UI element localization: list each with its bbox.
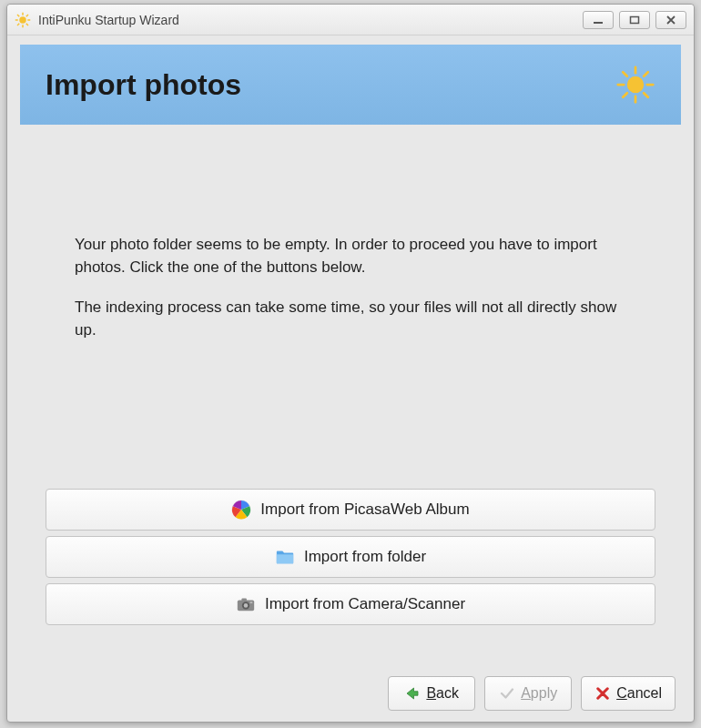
apply-check-icon bbox=[499, 685, 515, 702]
svg-line-5 bbox=[17, 15, 19, 16]
instruction-text: Your photo folder seems to be empty. In … bbox=[38, 125, 663, 379]
back-label: Back bbox=[426, 685, 459, 702]
folder-icon bbox=[275, 547, 295, 567]
svg-line-8 bbox=[26, 15, 28, 16]
wizard-window: IntiPunku Startup Wizard Import photos bbox=[6, 4, 695, 723]
back-button[interactable]: Back bbox=[388, 676, 475, 711]
cancel-button[interactable]: Cancel bbox=[581, 676, 676, 711]
svg-line-6 bbox=[26, 23, 28, 25]
import-buttons-group: Import from PicasaWeb Album Import from … bbox=[38, 489, 663, 634]
cancel-label: Cancel bbox=[616, 685, 662, 702]
svg-line-16 bbox=[623, 72, 627, 76]
svg-point-11 bbox=[627, 76, 644, 93]
window-controls bbox=[583, 11, 686, 29]
content-area: Your photo folder seems to be empty. In … bbox=[20, 125, 681, 652]
svg-line-7 bbox=[17, 23, 19, 25]
svg-rect-25 bbox=[250, 602, 253, 603]
svg-point-0 bbox=[19, 16, 26, 24]
apply-button[interactable]: Apply bbox=[484, 676, 572, 711]
svg-line-18 bbox=[623, 93, 627, 97]
window-title: IntiPunku Startup Wizard bbox=[38, 13, 583, 27]
apply-label: Apply bbox=[521, 685, 557, 702]
app-icon bbox=[15, 12, 31, 28]
instruction-paragraph-1: Your photo folder seems to be empty. In … bbox=[75, 234, 626, 278]
instruction-paragraph-2: The indexing process can take some time,… bbox=[75, 297, 626, 341]
titlebar: IntiPunku Startup Wizard bbox=[7, 5, 694, 35]
header-band: Import photos bbox=[20, 45, 681, 125]
svg-rect-10 bbox=[631, 16, 639, 23]
import-picasa-label: Import from PicasaWeb Album bbox=[260, 500, 469, 519]
import-camera-label: Import from Camera/Scanner bbox=[265, 595, 465, 613]
footer-buttons: Back Apply Cancel bbox=[7, 665, 694, 722]
import-folder-label: Import from folder bbox=[304, 548, 426, 566]
svg-line-17 bbox=[644, 93, 648, 97]
page-title: Import photos bbox=[46, 68, 241, 102]
camera-icon bbox=[236, 594, 256, 614]
svg-rect-22 bbox=[241, 599, 247, 602]
cancel-x-icon bbox=[594, 685, 611, 702]
svg-point-24 bbox=[244, 603, 249, 608]
picasa-icon bbox=[231, 500, 251, 520]
close-button[interactable] bbox=[655, 11, 686, 29]
import-camera-button[interactable]: Import from Camera/Scanner bbox=[46, 583, 655, 625]
import-folder-button[interactable]: Import from folder bbox=[46, 536, 655, 578]
svg-line-19 bbox=[644, 72, 648, 76]
back-arrow-icon bbox=[404, 685, 421, 702]
maximize-button[interactable] bbox=[619, 11, 650, 29]
svg-rect-9 bbox=[594, 22, 603, 24]
minimize-button[interactable] bbox=[583, 11, 614, 29]
import-picasa-button[interactable]: Import from PicasaWeb Album bbox=[46, 489, 655, 531]
sun-icon bbox=[615, 65, 655, 105]
